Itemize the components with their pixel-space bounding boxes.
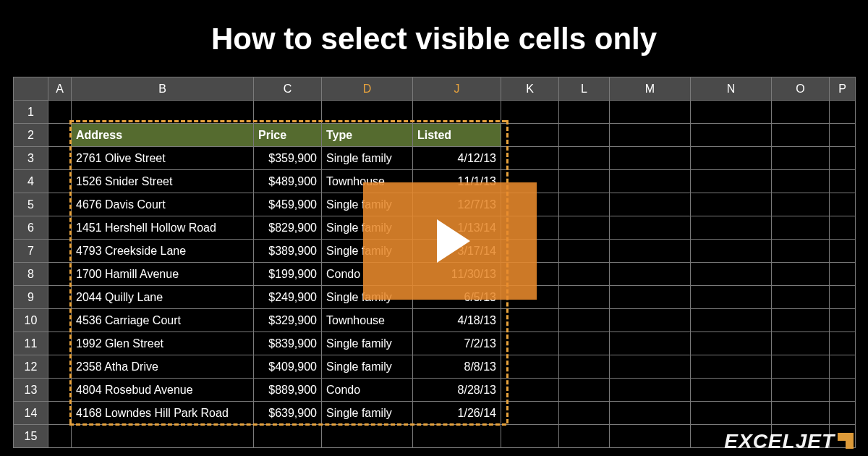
cell[interactable]	[610, 332, 691, 355]
cell[interactable]	[772, 379, 830, 402]
cell[interactable]	[691, 286, 772, 309]
cell-address[interactable]: 2761 Olive Street	[72, 147, 254, 170]
cell[interactable]	[610, 263, 691, 286]
cell[interactable]	[772, 402, 830, 425]
cell[interactable]	[559, 216, 610, 240]
col-header-type[interactable]: Type	[322, 124, 413, 147]
cell[interactable]	[691, 332, 772, 355]
row-header-3[interactable]: 3	[14, 147, 48, 170]
cell[interactable]	[48, 101, 72, 124]
cell[interactable]	[322, 425, 413, 448]
cell[interactable]	[48, 309, 72, 332]
cell[interactable]	[610, 425, 691, 448]
cell[interactable]	[413, 101, 501, 124]
cell-listed[interactable]: 4/12/13	[413, 147, 501, 170]
cell[interactable]	[691, 355, 772, 379]
cell-price[interactable]: $829,900	[254, 216, 322, 240]
column-header-M[interactable]: M	[610, 77, 691, 101]
column-header-A[interactable]: A	[48, 77, 72, 101]
cell[interactable]	[48, 216, 72, 240]
cell-address[interactable]: 4676 Davis Court	[72, 193, 254, 216]
select-all-corner[interactable]	[14, 77, 48, 101]
cell[interactable]	[501, 147, 559, 170]
cell[interactable]	[772, 124, 830, 147]
cell[interactable]	[48, 147, 72, 170]
cell[interactable]	[610, 101, 691, 124]
row-header-1[interactable]: 1	[14, 101, 48, 124]
cell[interactable]	[501, 402, 559, 425]
cell[interactable]	[772, 170, 830, 193]
cell[interactable]	[772, 332, 830, 355]
cell[interactable]	[830, 355, 856, 379]
cell[interactable]	[610, 402, 691, 425]
cell[interactable]	[772, 193, 830, 216]
cell-price[interactable]: $359,900	[254, 147, 322, 170]
column-header-L[interactable]: L	[559, 77, 610, 101]
cell[interactable]	[772, 147, 830, 170]
col-header-listed[interactable]: Listed	[413, 124, 501, 147]
cell[interactable]	[72, 425, 254, 448]
cell-address[interactable]: 4793 Creekside Lane	[72, 240, 254, 263]
cell-type[interactable]: Single family	[322, 147, 413, 170]
cell[interactable]	[501, 124, 559, 147]
cell-price[interactable]: $459,900	[254, 193, 322, 216]
cell[interactable]	[559, 193, 610, 216]
cell[interactable]	[691, 147, 772, 170]
cell-listed[interactable]: 1/26/14	[413, 402, 501, 425]
row-header-14[interactable]: 14	[14, 402, 48, 425]
col-header-address[interactable]: Address	[72, 124, 254, 147]
column-header-C[interactable]: C	[254, 77, 322, 101]
cell-price[interactable]: $199,900	[254, 263, 322, 286]
cell[interactable]	[610, 170, 691, 193]
cell[interactable]	[691, 240, 772, 263]
cell[interactable]	[559, 124, 610, 147]
cell[interactable]	[501, 379, 559, 402]
cell[interactable]	[501, 101, 559, 124]
row-header-9[interactable]: 9	[14, 286, 48, 309]
cell[interactable]	[48, 332, 72, 355]
cell[interactable]	[48, 402, 72, 425]
cell[interactable]	[610, 379, 691, 402]
cell-address[interactable]: 4536 Carriage Court	[72, 309, 254, 332]
cell[interactable]	[610, 124, 691, 147]
row-header-7[interactable]: 7	[14, 240, 48, 263]
cell[interactable]	[772, 240, 830, 263]
cell[interactable]	[501, 309, 559, 332]
cell[interactable]	[691, 263, 772, 286]
row-header-5[interactable]: 5	[14, 193, 48, 216]
cell-address[interactable]: 1526 Snider Street	[72, 170, 254, 193]
cell[interactable]	[322, 101, 413, 124]
cell[interactable]	[559, 170, 610, 193]
cell[interactable]	[830, 124, 856, 147]
row-header-8[interactable]: 8	[14, 263, 48, 286]
cell[interactable]	[559, 240, 610, 263]
cell[interactable]	[48, 170, 72, 193]
cell-type[interactable]: Townhouse	[322, 309, 413, 332]
cell[interactable]	[501, 425, 559, 448]
cell-price[interactable]: $889,900	[254, 379, 322, 402]
cell[interactable]	[830, 170, 856, 193]
cell-price[interactable]: $409,900	[254, 355, 322, 379]
cell-listed[interactable]: 8/8/13	[413, 355, 501, 379]
cell[interactable]	[830, 240, 856, 263]
cell[interactable]	[559, 147, 610, 170]
cell[interactable]	[830, 193, 856, 216]
cell-address[interactable]: 1992 Glen Street	[72, 332, 254, 355]
cell[interactable]	[772, 286, 830, 309]
cell[interactable]	[559, 101, 610, 124]
cell[interactable]	[48, 124, 72, 147]
cell[interactable]	[610, 355, 691, 379]
cell-listed[interactable]: 4/18/13	[413, 309, 501, 332]
row-header-13[interactable]: 13	[14, 379, 48, 402]
cell[interactable]	[830, 216, 856, 240]
row-header-6[interactable]: 6	[14, 216, 48, 240]
cell-address[interactable]: 2044 Quilly Lane	[72, 286, 254, 309]
cell[interactable]	[559, 355, 610, 379]
cell[interactable]	[830, 379, 856, 402]
row-header-4[interactable]: 4	[14, 170, 48, 193]
cell[interactable]	[610, 193, 691, 216]
column-header-J[interactable]: J	[413, 77, 501, 101]
cell[interactable]	[559, 402, 610, 425]
column-header-B[interactable]: B	[72, 77, 254, 101]
cell[interactable]	[830, 332, 856, 355]
